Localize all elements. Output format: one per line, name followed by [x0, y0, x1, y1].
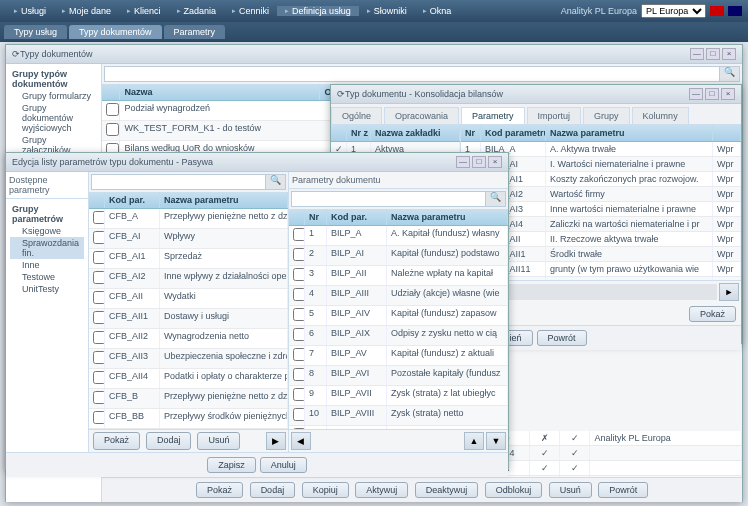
col-kod[interactable]: Kod parametru [481, 125, 546, 141]
table-row[interactable]: 9BILP_AVIIZysk (strata) z lat ubiegłyc [289, 386, 508, 406]
search-button[interactable]: 🔍 [720, 66, 740, 82]
tree-node[interactable]: Testowe [10, 271, 84, 283]
table-row[interactable]: CFB_AIWpływy [89, 229, 288, 249]
move-up-icon[interactable]: ▲ [464, 432, 484, 450]
row-checkbox[interactable] [93, 391, 105, 404]
menu-okna[interactable]: Okna [415, 6, 460, 16]
table-row[interactable]: CFB_AI1Sprzedaż [89, 249, 288, 269]
row-checkbox[interactable] [93, 311, 105, 324]
menu-definicja[interactable]: Definicja usług [277, 6, 359, 16]
menu-cenniki[interactable]: Cenniki [224, 6, 277, 16]
move-down-icon[interactable]: ▼ [486, 432, 506, 450]
aktywuj-button[interactable]: Aktywuj [355, 482, 408, 498]
tree-node[interactable]: Grupy dokumentów wyjściowych [10, 102, 97, 134]
maximize-button[interactable]: □ [472, 156, 486, 168]
tree-root[interactable]: Grupy parametrów [10, 203, 84, 225]
row-checkbox[interactable] [93, 271, 105, 284]
search-input[interactable] [104, 66, 720, 82]
tree-node[interactable]: Sprawozdania fin. [10, 237, 84, 259]
table-row[interactable]: CFB_AII1Dostawy i usługi [89, 309, 288, 329]
row-checkbox[interactable] [293, 228, 305, 241]
move-left-icon[interactable]: ◀ [291, 432, 311, 450]
table-row[interactable]: 4BILP_AIIIUdziały (akcje) własne (wie [289, 286, 508, 306]
refresh-icon[interactable]: ⟳ [12, 49, 20, 59]
close-button[interactable]: × [488, 156, 502, 168]
row-checkbox[interactable] [93, 331, 105, 344]
close-button[interactable]: × [722, 48, 736, 60]
scroll-right-icon[interactable]: ► [719, 283, 739, 301]
refresh-icon[interactable]: ⟳ [337, 89, 345, 99]
table-row[interactable]: 3BILP_AIINależne wpłaty na kapitał [289, 266, 508, 286]
close-button[interactable]: × [721, 88, 735, 100]
col-nazwa-zak[interactable]: Nazwa zakładki [371, 125, 460, 141]
tab-typy-uslug[interactable]: Typy usług [4, 25, 67, 39]
row-checkbox[interactable] [293, 348, 305, 361]
row-checkbox[interactable] [93, 231, 105, 244]
tab-parametry[interactable]: Parametry [461, 107, 525, 124]
table-row[interactable]: CFB_AII4Podatki i opłaty o charakterze p… [89, 369, 288, 389]
menu-uslugi[interactable]: Usługi [6, 6, 54, 16]
row-checkbox[interactable] [93, 291, 105, 304]
tree-node[interactable]: Księgowe [10, 225, 84, 237]
minimize-button[interactable]: — [690, 48, 704, 60]
menu-moje-dane[interactable]: Moje dane [54, 6, 119, 16]
region-select[interactable]: PL Europa [641, 4, 706, 18]
row-checkbox[interactable] [106, 123, 119, 136]
col-kod[interactable]: Kod par. [105, 192, 160, 208]
table-row[interactable]: CFB_BPrzepływy pieniężne netto z działal… [89, 389, 288, 409]
table-row[interactable]: CFB_APrzepływy pieniężne netto z działal… [89, 209, 288, 229]
row-checkbox[interactable] [293, 328, 305, 341]
move-right-icon[interactable]: ▶ [266, 432, 286, 450]
table-row[interactable]: 2BILP_AIKapitał (fundusz) podstawo [289, 246, 508, 266]
minimize-button[interactable]: — [689, 88, 703, 100]
dodaj-button[interactable]: Dodaj [250, 482, 296, 498]
dodaj-button[interactable]: Dodaj [146, 432, 192, 450]
menu-slowniki[interactable]: Słowniki [359, 6, 415, 16]
row-checkbox[interactable] [93, 371, 105, 384]
table-row[interactable]: 10BILP_AVIIIZysk (strata) netto [289, 406, 508, 426]
pokaz-button[interactable]: Pokaż [689, 306, 736, 322]
search-button[interactable]: 🔍 [486, 191, 506, 207]
usun-button[interactable]: Usuń [549, 482, 592, 498]
kopiuj-button[interactable]: Kopiuj [302, 482, 349, 498]
tab-ogolne[interactable]: Ogólne [331, 107, 382, 124]
menu-zadania[interactable]: Zadania [169, 6, 225, 16]
table-row[interactable]: CFB_AI2Inne wpływy z działalności operac… [89, 269, 288, 289]
menu-klienci[interactable]: Klienci [119, 6, 169, 16]
table-row[interactable]: CFB_AII2Wynagrodzenia netto [89, 329, 288, 349]
col-kod[interactable]: Kod par. [327, 209, 387, 225]
col-nr[interactable]: Nr [461, 125, 481, 141]
table-row[interactable]: 5BILP_AIVKapitał (fundusz) zapasow [289, 306, 508, 326]
usun-button[interactable]: Usuń [197, 432, 240, 450]
row-checkbox[interactable] [293, 308, 305, 321]
tab-importuj[interactable]: Importuj [527, 107, 582, 124]
maximize-button[interactable]: □ [705, 88, 719, 100]
search-input[interactable] [291, 191, 486, 207]
col-nazwa[interactable]: Nazwa parametru [160, 192, 288, 208]
row-checkbox[interactable] [93, 411, 105, 424]
flag-pl-icon[interactable] [710, 6, 724, 16]
table-row[interactable]: 1BILP_AA. Kapitał (fundusz) własny [289, 226, 508, 246]
tree-node[interactable]: UnitTesty [10, 283, 84, 295]
anuluj-button[interactable]: Anuluj [260, 457, 307, 473]
search-button[interactable]: 🔍 [266, 174, 286, 190]
row-checkbox[interactable] [293, 388, 305, 401]
zapisz-button[interactable]: Zapisz [207, 457, 256, 473]
row-checkbox[interactable] [93, 351, 105, 364]
row-checkbox[interactable] [93, 251, 105, 264]
tab-opracowania[interactable]: Opracowania [384, 107, 459, 124]
table-row[interactable]: CFB_AII3Ubezpieczenia społeczne i zdrowo… [89, 349, 288, 369]
deaktywuj-button[interactable]: Deaktywuj [415, 482, 479, 498]
row-checkbox[interactable] [106, 103, 119, 116]
table-row[interactable]: 6BILP_AIXOdpisy z zysku netto w cią [289, 326, 508, 346]
powrot-button[interactable]: Powrót [598, 482, 648, 498]
tab-typy-dokumentow[interactable]: Typy dokumentów [69, 25, 162, 39]
table-row[interactable]: CFB_AIIWydatki [89, 289, 288, 309]
row-checkbox[interactable] [293, 268, 305, 281]
flag-uk-icon[interactable] [728, 6, 742, 16]
col-nrz[interactable]: Nr z [347, 125, 371, 141]
minimize-button[interactable]: — [456, 156, 470, 168]
table-row[interactable]: 7BILP_AVKapitał (fundusz) z aktuali [289, 346, 508, 366]
tab-parametry[interactable]: Parametry [164, 25, 226, 39]
maximize-button[interactable]: □ [706, 48, 720, 60]
